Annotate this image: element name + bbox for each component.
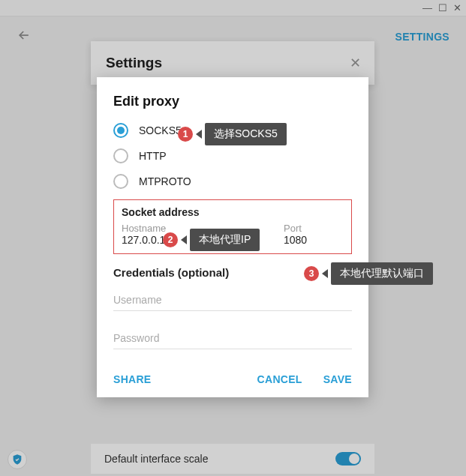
dialog-title: Edit proxy: [113, 94, 352, 109]
dialog-actions: SHARE CANCEL SAVE: [113, 373, 352, 385]
radio-icon: [113, 174, 128, 189]
radio-label: HTTP: [139, 150, 167, 162]
callout-2: 2 本地代理IP: [163, 229, 260, 251]
callout-text: 本地代理默认端口: [331, 262, 433, 285]
share-button[interactable]: SHARE: [113, 373, 152, 385]
callout-arrow-icon: [181, 235, 187, 244]
save-button[interactable]: SAVE: [323, 373, 352, 385]
port-field[interactable]: Port 1080: [284, 223, 344, 246]
port-label: Port: [284, 223, 344, 234]
cancel-button[interactable]: CANCEL: [257, 373, 302, 385]
callout-badge: 1: [178, 127, 193, 142]
callout-3: 3 本地代理默认端口: [304, 262, 433, 285]
username-input[interactable]: [113, 289, 352, 311]
callout-text: 选择SOCKS5: [205, 123, 287, 145]
callout-arrow-icon: [196, 130, 202, 139]
radio-icon: [113, 123, 128, 138]
radio-label: MTPROTO: [139, 175, 191, 187]
radio-mtproto[interactable]: MTPROTO: [113, 174, 352, 189]
socket-address-label: Socket address: [122, 206, 344, 218]
radio-icon: [113, 148, 128, 163]
callout-badge: 2: [163, 232, 178, 247]
port-value: 1080: [284, 234, 344, 246]
callout-arrow-icon: [322, 269, 328, 278]
callout-1: 1 选择SOCKS5: [178, 123, 287, 145]
callout-text: 本地代理IP: [190, 229, 260, 251]
radio-http[interactable]: HTTP: [113, 148, 352, 163]
radio-label: SOCKS5: [139, 124, 182, 136]
password-input[interactable]: [113, 328, 352, 349]
callout-badge: 3: [304, 266, 319, 281]
